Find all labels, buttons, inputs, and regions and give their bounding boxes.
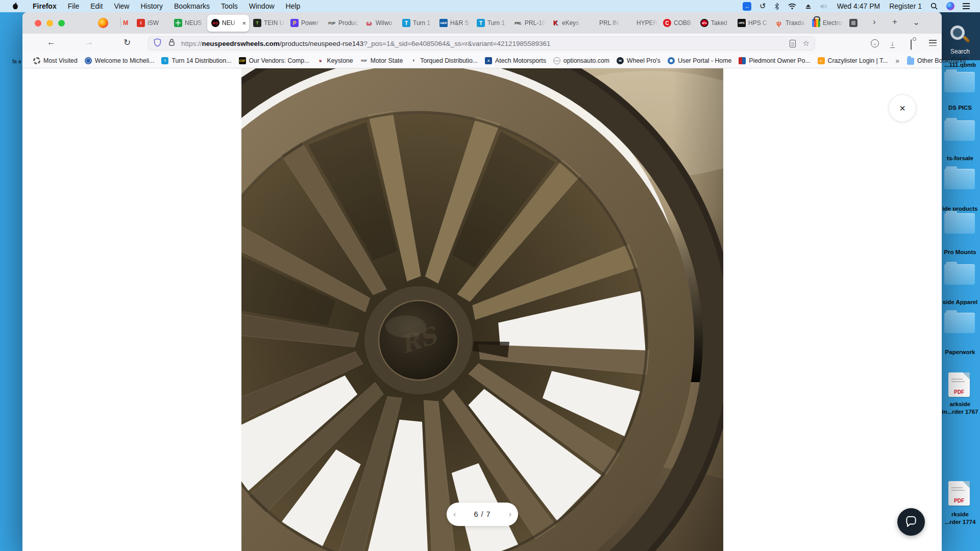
tab-ekeys[interactable]: KeKeys <box>547 12 584 34</box>
crazylister-favicon: c <box>818 57 825 64</box>
tab-neu[interactable]: RSNEU× <box>207 15 249 32</box>
tab-neus[interactable]: NEUS <box>170 12 207 34</box>
reader-mode-icon[interactable] <box>790 40 796 47</box>
menu-bookmarks[interactable]: Bookmarks <box>168 2 215 10</box>
tab-turn-1[interactable]: TTurn 1 <box>473 12 510 34</box>
desktop-folder-icon[interactable] <box>944 313 975 333</box>
eject-icon[interactable] <box>805 3 812 10</box>
torqued-favicon: T <box>410 57 417 64</box>
url-scheme: https:// <box>181 40 202 47</box>
tab-turn-1[interactable]: TTurn 1 <box>398 12 435 34</box>
tab-h-r-s[interactable]: H&RH&R S <box>435 12 473 34</box>
bookmark-wheel-pro-s[interactable]: WWheel Pro's <box>613 56 664 66</box>
desktop-folder-icon[interactable] <box>944 264 975 285</box>
menu-view[interactable]: View <box>108 2 135 10</box>
bookmark-torqued-distributio-[interactable]: TTorqued Distributio... <box>406 56 481 66</box>
extensions-puzzle-icon[interactable] <box>911 40 912 50</box>
notification-center-icon[interactable] <box>963 3 970 9</box>
menubar-clock[interactable]: Wed 4:47 PM <box>837 2 880 10</box>
siri-icon[interactable] <box>946 2 954 10</box>
reload-button[interactable]: ↻ <box>124 37 131 48</box>
pocket-icon[interactable]: ⌄ <box>871 39 879 47</box>
bookmark-star-icon[interactable]: ☆ <box>803 39 810 48</box>
previous-image-button[interactable]: ‹ <box>453 510 456 519</box>
tab-traxda[interactable]: ψTraxda <box>771 12 808 34</box>
tab-bar: ‹ MiiSWNEUSRSNEU×TTEIN UPPowerPGPProducω… <box>22 12 942 34</box>
desktop-folder-icon[interactable] <box>944 72 975 92</box>
wifi-icon[interactable] <box>788 3 797 10</box>
https-lock-icon[interactable] <box>168 38 175 48</box>
desktop-search-icon[interactable] <box>950 26 968 43</box>
bookmark-piedmont-owner-po-[interactable]: Piedmont Owner Po... <box>735 56 814 66</box>
tracking-protection-shield-icon[interactable] <box>154 38 161 49</box>
tab-prl-in[interactable]: PRL IN <box>584 12 622 34</box>
tab-wilwo[interactable]: ωWilwo <box>361 12 398 34</box>
bookmark-motor-state[interactable]: PGPMotor State <box>357 56 407 66</box>
list-all-tabs-button[interactable]: ⌄ <box>913 17 920 28</box>
tab-power[interactable]: PPower <box>286 12 324 34</box>
menu-tools[interactable]: Tools <box>215 2 243 10</box>
scroll-tabs-right-button[interactable]: › <box>873 17 876 27</box>
bookmark-user-portal-home[interactable]: User Portal - Home <box>664 56 735 66</box>
menubar-user[interactable]: Register 1 <box>889 2 922 10</box>
wheelpros-favicon: W <box>617 57 624 64</box>
bookmarks-overflow-chevron[interactable]: » <box>891 57 903 65</box>
blank-favicon <box>626 19 634 27</box>
bookmark-atech-motorsports[interactable]: AAtech Motorsports <box>481 56 550 66</box>
tab-gmail[interactable]: M <box>117 12 133 34</box>
bookmark-crazylister-login-t-[interactable]: cCrazylister Login | T... <box>814 56 892 66</box>
bookmark-most-visited[interactable]: Most Visited <box>30 56 81 66</box>
teamviewer-icon[interactable]: ↔ <box>743 2 751 11</box>
menu-firefox[interactable]: Firefox <box>27 2 62 10</box>
tab-prl-10[interactable]: PRLPRL-10 <box>510 12 547 34</box>
desktop-file-label: ...rder 1774 <box>939 519 980 525</box>
bookmark-keystone[interactable]: KKeystone <box>313 56 356 66</box>
forward-button[interactable]: → <box>85 37 93 47</box>
desktop-folder-icon[interactable] <box>944 120 975 141</box>
next-image-button[interactable]: › <box>509 510 511 519</box>
menu-help[interactable]: Help <box>280 2 306 10</box>
spotlight-icon[interactable] <box>930 3 938 10</box>
other-bookmarks-folder[interactable]: Other Bookmarks <box>903 55 970 66</box>
menu-file[interactable]: File <box>62 2 85 10</box>
tab-tein-u[interactable]: TTEIN U <box>249 12 286 34</box>
tab-close-button[interactable]: × <box>242 19 249 27</box>
menu-window[interactable]: Window <box>243 2 280 10</box>
download-icon[interactable]: ↓ <box>890 38 895 48</box>
desktop-pdf-file-icon[interactable]: PDF <box>948 481 970 506</box>
desktop-pdf-file-icon[interactable]: PDF <box>948 372 970 397</box>
bookmark-optionsauto-com[interactable]: optionsauto.com <box>550 56 613 66</box>
tab-isw[interactable]: iiSW <box>133 12 170 34</box>
url-text[interactable]: https://neuspeedrswheels.com/products/ne… <box>181 40 790 47</box>
app-menu-hamburger-icon[interactable] <box>929 40 937 46</box>
tab-strip: MiiSWNEUSRSNEU×TTEIN UPPowerPGPProducωWi… <box>117 12 860 34</box>
back-button[interactable]: ← <box>47 37 56 47</box>
tab-hps-c[interactable]: HPSHPS C <box>733 12 771 34</box>
bluetooth-icon[interactable] <box>774 3 779 10</box>
tab-electro[interactable]: Electro <box>808 12 845 34</box>
desktop-folder-icon[interactable] <box>944 213 975 234</box>
window-zoom-button[interactable] <box>58 20 65 27</box>
product-photo-bronze-wheel: RS <box>241 68 723 551</box>
tab-hyperspe[interactable]: HYPERSPE <box>622 12 659 34</box>
volume-icon[interactable] <box>820 3 828 10</box>
chat-widget-button[interactable] <box>897 508 925 536</box>
tab-dark[interactable] <box>845 12 860 34</box>
tab-cobb[interactable]: CCOBB <box>659 12 696 34</box>
desktop-folder-icon[interactable] <box>944 169 975 189</box>
apple-menu-icon[interactable] <box>11 2 19 10</box>
bookmark-our-vendors-comp-[interactable]: CSFOur Vendors: Comp... <box>235 56 313 66</box>
new-tab-button[interactable]: + <box>892 17 897 27</box>
time-machine-icon[interactable]: ↺ <box>760 2 766 11</box>
prl-favicon: PRL <box>514 19 522 27</box>
tab-produc[interactable]: PGPProduc <box>324 12 361 34</box>
menu-edit[interactable]: Edit <box>85 2 108 10</box>
lightbox-close-button[interactable]: × <box>889 94 916 122</box>
tab-taked[interactable]: aFeTaked <box>696 12 733 34</box>
menu-history[interactable]: History <box>135 2 168 10</box>
window-close-button[interactable] <box>35 20 41 27</box>
address-bar[interactable]: https://neuspeedrswheels.com/products/ne… <box>148 36 815 51</box>
window-minimize-button[interactable] <box>46 20 53 27</box>
bookmark-welcome-to-micheli-[interactable]: Welcome to Micheli... <box>81 56 158 66</box>
bookmark-turn-14-distribution-[interactable]: TTurn 14 Distribution... <box>158 56 235 66</box>
